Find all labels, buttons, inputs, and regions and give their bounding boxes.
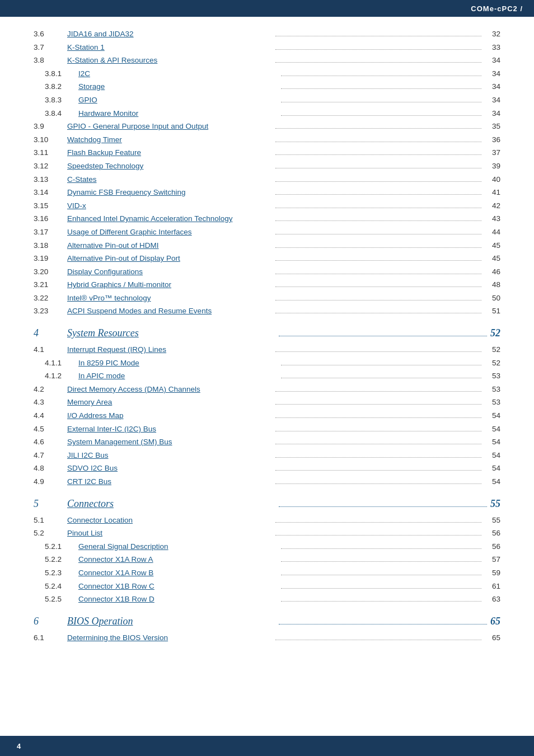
toc-entry-title[interactable]: Memory Area <box>67 396 273 408</box>
toc-entry-num: 4.6 <box>34 436 67 448</box>
toc-entry-title[interactable]: VID-x <box>67 200 273 212</box>
toc-entry-num: 3.20 <box>34 266 67 278</box>
toc-entry-dots <box>275 36 481 36</box>
toc-entry-title[interactable]: JILI I2C Bus <box>67 449 273 462</box>
toc-entry-title[interactable]: Connector X1A Row A <box>78 553 279 566</box>
toc-entry-num: 5.2.5 <box>45 593 78 605</box>
toc-entry: 3.11Flash Backup Feature37 <box>34 147 500 159</box>
toc-entry-dots <box>281 365 481 365</box>
toc-entry-title[interactable]: JIDA16 and JIDA32 <box>67 28 273 40</box>
toc-entry-title[interactable]: I2C <box>78 68 279 80</box>
toc-entry-title[interactable]: Usage of Different Graphic Interfaces <box>67 226 273 238</box>
toc-entry-title[interactable]: ACPI Suspend Modes and Resume Events <box>67 305 273 317</box>
toc-entry-dots <box>275 274 481 274</box>
toc-entry-page: 53 <box>484 370 500 382</box>
toc-entry-title[interactable]: Interrupt Request (IRQ) Lines <box>67 344 273 356</box>
section-6-num: 6 <box>34 616 67 627</box>
toc-entry-title[interactable]: Watchdog Timer <box>67 134 273 146</box>
header-title: COMe-cPC2 / <box>471 4 523 13</box>
toc-entry-title[interactable]: Display Configurations <box>67 266 273 278</box>
toc-section-3: 3.6JIDA16 and JIDA32323.7K-Station 1333.… <box>34 28 500 317</box>
section-4-title[interactable]: System Resources <box>67 327 275 339</box>
toc-entry-title[interactable]: System Management (SM) Bus <box>67 436 273 448</box>
toc-entry-title[interactable]: Alternative Pin-out of Display Port <box>67 252 273 265</box>
toc-entry-num: 5.2.2 <box>45 553 78 566</box>
toc-entry-title[interactable]: Direct Memory Access (DMA) Channels <box>67 383 273 396</box>
toc-entry-num: 3.8 <box>34 54 67 67</box>
toc-entry-title[interactable]: Enhanced Intel Dynamic Acceleration Tech… <box>67 213 273 225</box>
toc-entry-page: 54 <box>484 423 500 435</box>
toc-entry-page: 53 <box>484 383 500 396</box>
toc-entry-dots <box>275 287 481 287</box>
section-5-title[interactable]: Connectors <box>67 498 275 510</box>
toc-entry-title[interactable]: Storage <box>78 81 279 93</box>
toc-entry-num: 3.22 <box>34 292 67 304</box>
toc-entry-title[interactable]: K-Station & API Resources <box>67 54 273 67</box>
toc-entry-num: 4.3 <box>34 396 67 408</box>
toc-entry-title[interactable]: GPIO <box>78 94 279 106</box>
toc-entry-title[interactable]: Determining the BIOS Version <box>67 632 273 644</box>
toc-entry-title[interactable]: Hardware Monitor <box>78 107 279 120</box>
toc-entry-num: 5.2.1 <box>45 541 78 553</box>
toc-entry: 3.18Alternative Pin-out of HDMI45 <box>34 240 500 252</box>
toc-entry-title[interactable]: Speedstep Technology <box>67 160 273 172</box>
section-4-dots <box>279 336 487 336</box>
toc-entry-title[interactable]: Connector X1B Row D <box>78 593 279 605</box>
toc-entry-title[interactable]: Connector X1B Row C <box>78 580 279 593</box>
toc-entry: 4.2Direct Memory Access (DMA) Channels53 <box>34 383 500 396</box>
toc-entry-page: 43 <box>484 213 500 225</box>
toc-entry-page: 59 <box>484 567 500 579</box>
toc-entry-title[interactable]: Pinout List <box>67 527 273 539</box>
toc-entry-dots <box>275 391 481 392</box>
toc-entry-title[interactable]: I/O Address Map <box>67 410 273 422</box>
toc-entry-num: 3.6 <box>34 28 67 40</box>
toc-entry: 3.21Hybrid Graphics / Multi-monitor48 <box>34 279 500 291</box>
toc-entry: 4.3Memory Area53 <box>34 396 500 408</box>
toc-entry-dots <box>275 128 481 129</box>
toc-entry: 5.2Pinout List56 <box>34 527 500 539</box>
toc-entry-num: 3.8.4 <box>45 107 78 120</box>
header-bar: COMe-cPC2 / <box>0 0 534 17</box>
toc-entry-dots <box>281 601 481 602</box>
toc-entry: 3.23ACPI Suspend Modes and Resume Events… <box>34 305 500 317</box>
toc-entry-title[interactable]: Hybrid Graphics / Multi-monitor <box>67 279 273 291</box>
toc-entry-title[interactable]: K-Station 1 <box>67 41 273 54</box>
toc-entry-page: 57 <box>484 553 500 566</box>
toc-entry-page: 63 <box>484 593 500 605</box>
toc-entry-title[interactable]: SDVO I2C Bus <box>67 462 273 475</box>
toc-entry-title[interactable]: CRT I2C Bus <box>67 476 273 488</box>
toc-entry-title[interactable]: General Signal Description <box>78 541 279 553</box>
toc-entry: 5.2.4Connector X1B Row C61 <box>34 580 500 593</box>
toc-entry-dots <box>281 588 481 589</box>
toc-entry-title[interactable]: Dynamic FSB Frequency Switching <box>67 186 273 199</box>
toc-entry: 3.22Intel® vPro™ technology50 <box>34 292 500 304</box>
toc-entry-num: 3.10 <box>34 134 67 146</box>
toc-entry-title[interactable]: Connector X1A Row B <box>78 567 279 579</box>
toc-entry: 4.9CRT I2C Bus54 <box>34 476 500 488</box>
toc-entry-num: 4.7 <box>34 449 67 462</box>
toc-entry-title[interactable]: In 8259 PIC Mode <box>78 357 279 369</box>
toc-entry-title[interactable]: Flash Backup Feature <box>67 147 273 159</box>
toc-entry-title[interactable]: Alternative Pin-out of HDMI <box>67 240 273 252</box>
toc-entry: 3.7K-Station 133 <box>34 41 500 54</box>
toc-entry: 4.6System Management (SM) Bus54 <box>34 436 500 448</box>
toc-entry-num: 3.16 <box>34 213 67 225</box>
toc-entry-title[interactable]: GPIO - General Purpose Input and Output <box>67 120 273 133</box>
toc-entry-num: 3.11 <box>34 147 67 159</box>
toc-entry-num: 4.4 <box>34 410 67 422</box>
toc-entry: 5.1Connector Location55 <box>34 514 500 527</box>
toc-section-5: 5.1Connector Location555.2Pinout List565… <box>34 514 500 605</box>
section-6-title[interactable]: BIOS Operation <box>67 616 275 627</box>
section-6-dots <box>279 624 487 624</box>
toc-entry: 3.8.3GPIO34 <box>34 94 500 106</box>
section-5-dots <box>279 506 487 507</box>
toc-entry-num: 3.13 <box>34 173 67 186</box>
toc-entry-title[interactable]: C-States <box>67 173 273 186</box>
toc-entry-title[interactable]: Connector Location <box>67 514 273 527</box>
toc-entry-title[interactable]: Intel® vPro™ technology <box>67 292 273 304</box>
toc-entry-num: 3.8.1 <box>45 68 78 80</box>
toc-entry-title[interactable]: External Inter-IC (I2C) Bus <box>67 423 273 435</box>
toc-entry-title[interactable]: In APIC mode <box>78 370 279 382</box>
toc-entry-dots <box>281 378 481 378</box>
toc-entry: 3.17Usage of Different Graphic Interface… <box>34 226 500 238</box>
